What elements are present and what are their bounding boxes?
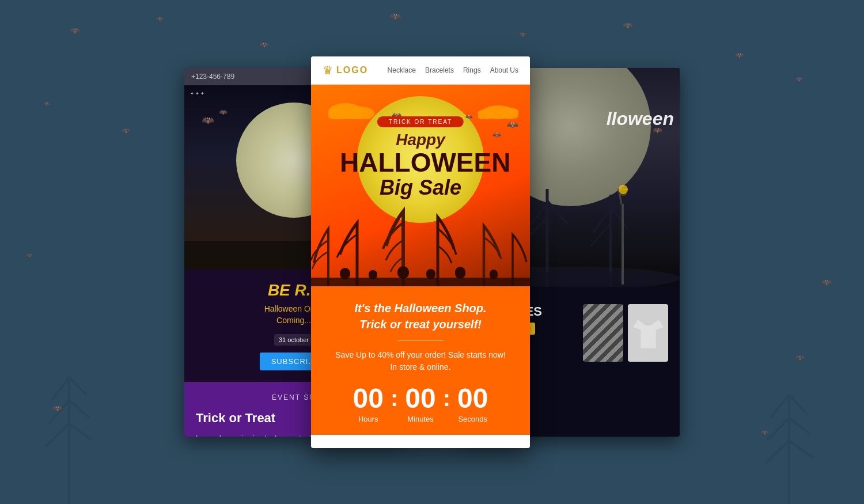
bat-icon: 🦇 — [821, 277, 832, 288]
hero-bat-icon-2: 🦇 — [219, 108, 228, 116]
nav-about-us[interactable]: About Us — [490, 66, 518, 74]
colon-1: : — [391, 385, 398, 411]
bat-icon: 🦇 — [259, 40, 269, 50]
card-center-header: ♛ LOGO Necklace Bracelets Rings About Us — [311, 56, 530, 85]
street-lamp — [616, 181, 628, 287]
striped-bag-product — [583, 304, 623, 362]
orange-section: It's the Halloween Shop. Trick or treat … — [311, 286, 530, 435]
cloud-left — [328, 99, 374, 122]
halloween-sale-text: Happy HALLOWEEN Big Sale — [340, 131, 501, 200]
svg-rect-11 — [369, 270, 377, 279]
product-image-area — [583, 304, 668, 362]
tshirt-product — [628, 304, 668, 362]
hours-value: 00 — [353, 385, 384, 412]
countdown-hours: 00 Hours — [353, 385, 384, 423]
save-line1: Save Up to 40% off your order! Sale star… — [335, 350, 505, 359]
happy-text: Happy — [340, 131, 501, 149]
save-line2: In store & online. — [390, 362, 450, 372]
crown-icon: ♛ — [323, 63, 333, 77]
trees-silhouette — [311, 194, 530, 286]
logo-area: ♛ LOGO — [323, 63, 368, 77]
svg-rect-18 — [622, 204, 624, 285]
shop-title-line2: Trick or treat yourself! — [359, 318, 482, 331]
tree-decoration-right — [760, 360, 818, 504]
halloween-hero: TRICK OR TREAT Happy HALLOWEEN Big Sale … — [311, 85, 530, 286]
svg-rect-14 — [455, 267, 465, 279]
hero-bat-center-1: 🦇 — [507, 119, 518, 130]
svg-point-20 — [620, 192, 627, 196]
nav-bracelets[interactable]: Bracelets — [425, 66, 454, 74]
halloween-big-text: HALLOWEEN — [340, 149, 501, 176]
minutes-label: Minutes — [405, 415, 435, 423]
divider-line — [397, 340, 444, 341]
nav-necklace[interactable]: Necklace — [388, 66, 416, 74]
phone-number: +123-456-789 — [191, 73, 234, 81]
svg-rect-12 — [397, 266, 409, 279]
bat-icon: 🦇 — [156, 15, 164, 23]
minutes-value: 00 — [405, 385, 435, 412]
bat-icon: 🦇 — [121, 126, 131, 135]
svg-rect-10 — [340, 268, 350, 279]
hero-bat-icon: 🦇 — [202, 114, 214, 127]
date-badge: 31 october — [274, 334, 313, 346]
logo-text: LOGO — [336, 65, 368, 75]
bat-icon: 🦇 — [760, 429, 769, 437]
bat-icon: 🦇 — [43, 101, 50, 107]
bat-icon: 🦇 — [389, 10, 401, 23]
halloween-text-right: lloween — [607, 108, 674, 130]
svg-rect-15 — [490, 270, 498, 279]
shop-title-line1: It's the Halloween Shop. — [354, 302, 486, 314]
bat-icon: 🦇 — [52, 403, 63, 414]
bat-icon: 🦇 — [734, 51, 744, 60]
stars-decoration: ✦ ✦ ✦ — [190, 91, 204, 96]
card-center: ♛ LOGO Necklace Bracelets Rings About Us — [311, 56, 530, 448]
product-images — [583, 304, 668, 362]
nav-rings[interactable]: Rings — [463, 66, 481, 74]
bat-icon: 🦇 — [69, 25, 81, 36]
shop-title: It's the Halloween Shop. Trick or treat … — [325, 300, 516, 332]
seconds-label: Seconds — [457, 415, 488, 423]
countdown-container: 00 Hours : 00 Minutes : 00 Seconds — [325, 385, 516, 423]
svg-rect-13 — [426, 269, 435, 279]
big-sale-text: Big Sale — [340, 176, 501, 200]
countdown-minutes: 00 Minutes — [405, 385, 435, 423]
hours-label: Hours — [353, 415, 384, 423]
bat-icon: 🦇 — [518, 31, 527, 39]
tree-decoration — [35, 331, 104, 504]
save-text: Save Up to 40% off your order! Sale star… — [325, 349, 516, 373]
bat-icon: 🦇 — [795, 75, 804, 84]
nav-links: Necklace Bracelets Rings About Us — [388, 66, 518, 74]
bat-icon: 🦇 — [795, 353, 805, 362]
seconds-value: 00 — [457, 385, 488, 412]
hero-bat-center-5: 🦇 — [465, 113, 472, 120]
bat-icon: 🦇 — [26, 252, 33, 259]
trick-or-treat-banner: TRICK OR TREAT — [377, 116, 464, 127]
bat-icon: 🦇 — [622, 20, 634, 31]
cards-container: +123-456-789 ✦ ✦ ✦ ✦ ✦ 🦇 🦇 — [213, 56, 651, 448]
countdown-seconds: 00 Seconds — [457, 385, 488, 423]
right-bat-3: 🦇 — [653, 126, 662, 135]
cloud-right — [478, 102, 518, 122]
colon-2: : — [443, 385, 450, 411]
